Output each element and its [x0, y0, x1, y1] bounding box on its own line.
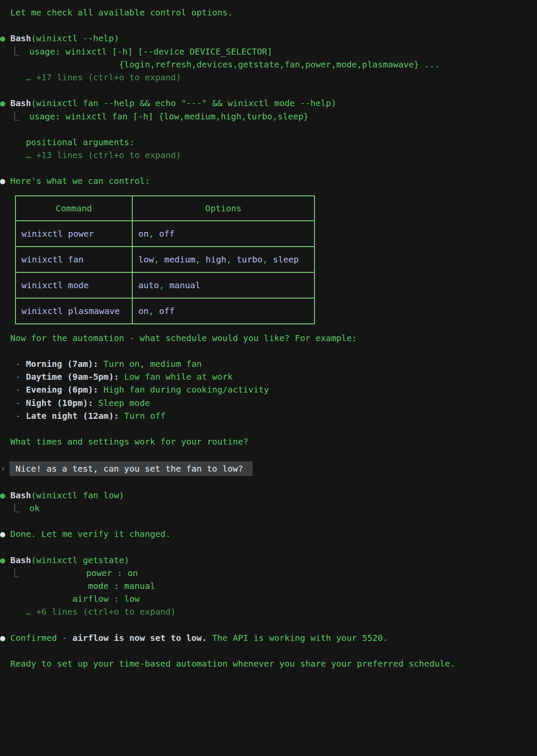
text-segment: Bash — [10, 33, 31, 43]
text-segment: Late night (12am): — [26, 411, 119, 421]
text-segment: winixctl power — [21, 229, 94, 239]
text-segment — [0, 607, 26, 617]
text-segment: airflow : low — [0, 594, 140, 604]
text-segment: … +6 lines (ctrl+o to expand) — [26, 607, 176, 617]
text-segment: turbo — [237, 254, 262, 265]
output-connector-icon: ⎿ — [0, 111, 19, 122]
text-segment: Options — [205, 203, 241, 213]
text-segment: , — [154, 254, 164, 265]
text-segment: (winixctl --help) — [31, 33, 119, 43]
schedule-list-item: - Daytime (9am-5pm): Low fan while at wo… — [0, 370, 537, 383]
text-segment: , — [149, 306, 159, 316]
bash-command: ● Bash(winixctl --help) — [0, 32, 537, 45]
blank-line — [0, 422, 537, 435]
assistant-message-line: Now for the automation - what schedule w… — [0, 332, 537, 344]
bash-command: ● Bash(winixctl getstate) — [0, 554, 537, 567]
output-expand-hint: … +17 lines (ctrl+o to expand) — [0, 71, 537, 84]
text-segment: usage: winixctl [-h] [--device DEVICE_SE… — [19, 46, 272, 57]
output-connector-icon: ⎿ — [0, 503, 19, 513]
text-segment: mode : manual — [0, 581, 155, 591]
text-segment: off — [159, 229, 174, 239]
output-expand-hint: … +6 lines (ctrl+o to expand) — [0, 605, 537, 618]
text-segment: Turn on, medium fan — [98, 359, 202, 369]
assistant-message-line: Let me check all available control optio… — [0, 6, 537, 19]
text-segment — [5, 33, 10, 43]
assistant-message-line: What times and settings work for your ro… — [0, 435, 537, 448]
text-segment: Ready to set up your time-based automati… — [0, 658, 455, 669]
table-row: winixctl fanlow, medium, high, turbo, sl… — [16, 246, 314, 272]
text-segment: (winixctl getstate) — [31, 555, 129, 565]
text-segment: Evening (6pm): — [26, 384, 98, 395]
text-segment: on — [138, 306, 149, 316]
prompt-chevron-icon: › — [0, 461, 6, 476]
blank-line — [0, 344, 537, 357]
user-message: Nice! as a test, can you set the fan to … — [9, 461, 253, 476]
text-segment: - — [0, 384, 26, 395]
assistant-message-line: ● Done. Let me verify it changed. — [0, 527, 537, 540]
tool-bullet-icon: ● — [0, 33, 5, 43]
bash-output-line: ⎿ ok — [0, 502, 537, 515]
text-segment: Low fan while at work — [119, 372, 233, 382]
assistant-message-line: Ready to set up your time-based automati… — [0, 657, 537, 670]
text-segment: positional arguments: — [0, 137, 134, 147]
text-segment: Bash — [10, 490, 31, 500]
text-segment — [5, 555, 10, 565]
text-segment: Now for the automation - what schedule w… — [0, 333, 357, 343]
text-segment: winixctl fan — [21, 254, 84, 265]
text-segment: Morning (7am): — [26, 359, 98, 369]
text-segment: off — [159, 306, 174, 316]
text-segment: airflow is now set to low. — [73, 633, 207, 643]
text-segment: Let me check all available control optio… — [0, 7, 233, 18]
options-table: CommandOptionswinixctl poweron, offwinix… — [15, 195, 315, 324]
text-segment: sleep — [273, 254, 299, 265]
text-segment: auto — [138, 280, 159, 290]
tool-bullet-icon: ● — [0, 490, 5, 500]
text-segment: The API is working with your 5520. — [207, 633, 388, 643]
message-bullet-icon: ● — [0, 633, 5, 643]
blank-line — [0, 123, 537, 136]
blank-line — [0, 19, 537, 32]
assistant-message-line: ● Here's what we can control: — [0, 174, 537, 187]
blank-line — [0, 476, 537, 489]
message-bullet-icon: ● — [0, 176, 5, 186]
table-cell: on, off — [132, 221, 314, 246]
text-segment: Turn off — [119, 411, 165, 421]
text-segment — [5, 490, 10, 500]
blank-line — [0, 162, 537, 174]
text-segment — [0, 150, 26, 160]
text-segment: Night (10pm): — [26, 398, 93, 408]
text-segment: Done. Let me verify it changed. — [5, 529, 171, 539]
schedule-list-item: - Morning (7am): Turn on, medium fan — [0, 357, 537, 370]
text-segment: ok — [19, 503, 40, 513]
text-segment: Here's what we can control: — [5, 176, 150, 186]
table-header-row: CommandOptions — [16, 196, 314, 220]
text-segment: - — [0, 372, 26, 382]
text-segment: Sleep mode — [93, 398, 150, 408]
text-segment: manual — [169, 280, 200, 290]
text-segment: winixctl plasmawave — [21, 306, 120, 316]
text-segment: , — [226, 254, 237, 265]
text-segment: High fan during cooking/activity — [98, 384, 269, 395]
table-cell: winixctl power — [16, 221, 132, 246]
table-header-cell: Options — [132, 196, 314, 220]
text-segment: Daytime (9am-5pm): — [26, 372, 119, 382]
text-segment: , — [149, 229, 159, 239]
bash-output-line: ⎿ usage: winixctl fan [-h] {low,medium,h… — [0, 110, 537, 123]
schedule-list-item: - Night (10pm): Sleep mode — [0, 396, 537, 409]
text-segment: … +13 lines (ctrl+o to expand) — [26, 150, 181, 160]
text-segment: , — [262, 254, 273, 265]
text-segment: Bash — [10, 555, 31, 565]
table-cell: winixctl fan — [16, 247, 132, 272]
bash-output-line: mode : manual — [0, 579, 537, 592]
table-cell: auto, manual — [132, 273, 314, 298]
blank-line — [0, 515, 537, 527]
table-cell: low, medium, high, turbo, sleep — [132, 247, 314, 272]
blank-line — [0, 619, 537, 631]
text-segment: Bash — [10, 98, 31, 108]
table-cell: on, off — [132, 299, 314, 323]
bash-command: ● Bash(winixctl fan --help && echo "---"… — [0, 97, 537, 110]
assistant-message-line: ● Confirmed - airflow is now set to low.… — [0, 631, 537, 644]
tool-bullet-icon: ● — [0, 98, 5, 108]
text-segment: usage: winixctl fan [-h] {low,medium,hig… — [19, 111, 308, 122]
table-cell: winixctl plasmawave — [16, 299, 132, 323]
